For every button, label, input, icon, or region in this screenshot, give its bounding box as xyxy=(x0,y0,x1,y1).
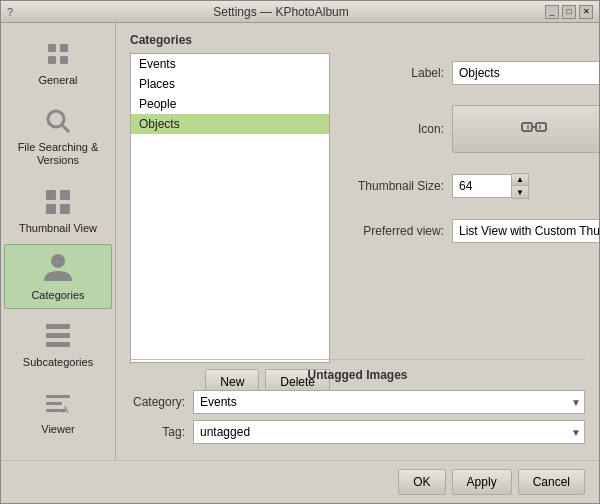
svg-point-4 xyxy=(48,111,64,127)
categories-icon xyxy=(40,251,76,287)
svg-rect-7 xyxy=(60,190,70,200)
list-item-places[interactable]: Places xyxy=(131,74,329,94)
top-area: Events Places People Objects New Delete xyxy=(130,53,585,355)
untagged-tag-select[interactable]: untagged xyxy=(193,420,585,444)
categories-list: Events Places People Objects xyxy=(130,53,330,363)
bottom-buttons: OK Apply Cancel xyxy=(1,460,599,503)
sidebar: General File Searching &Versions xyxy=(1,23,116,460)
svg-text:A: A xyxy=(62,404,70,415)
untagged-tag-container: untagged ▼ xyxy=(193,420,585,444)
preferred-view-field-row: Preferred view: List View with Custom Th… xyxy=(344,219,599,243)
untagged-category-select[interactable]: Events Places People Objects xyxy=(193,390,585,414)
settings-window: ? Settings — KPhotoAlbum _ □ ✕ General xyxy=(0,0,600,504)
thumbnail-size-field-row: Thumbnail Size: ▲ ▼ xyxy=(344,173,599,199)
svg-line-5 xyxy=(62,125,69,132)
sidebar-item-viewer[interactable]: A Viewer xyxy=(4,378,112,443)
svg-rect-30 xyxy=(522,123,532,131)
thumbnail-size-input[interactable] xyxy=(452,174,512,198)
label-input[interactable] xyxy=(452,61,599,85)
list-item-objects[interactable]: Objects xyxy=(131,114,329,134)
untagged-tag-label: Tag: xyxy=(130,425,185,439)
sidebar-item-thumbnail-view[interactable]: Thumbnail View xyxy=(4,177,112,242)
general-icon xyxy=(40,36,76,72)
titlebar: ? Settings — KPhotoAlbum _ □ ✕ xyxy=(1,1,599,23)
subcategories-icon xyxy=(40,318,76,354)
preferred-view-select[interactable]: List View with Custom Thumbnails List Vi… xyxy=(452,219,599,243)
help-icon[interactable]: ? xyxy=(7,6,13,18)
maximize-button[interactable]: □ xyxy=(562,5,576,19)
sidebar-item-general[interactable]: General xyxy=(4,29,112,94)
svg-rect-1 xyxy=(60,44,68,52)
minimize-button[interactable]: _ xyxy=(545,5,559,19)
spinner-down-button[interactable]: ▼ xyxy=(512,186,528,198)
untagged-tag-row: Tag: untagged ▼ xyxy=(130,420,585,444)
svg-rect-14 xyxy=(46,395,70,398)
thumbnail-view-icon xyxy=(40,184,76,220)
svg-rect-12 xyxy=(46,333,70,338)
svg-rect-6 xyxy=(46,190,56,200)
icon-button[interactable] xyxy=(452,105,599,153)
untagged-category-label: Category: xyxy=(130,395,185,409)
svg-rect-2 xyxy=(48,56,56,64)
file-searching-icon xyxy=(40,103,76,139)
untagged-title: Untagged Images xyxy=(130,368,585,382)
sidebar-item-plugins[interactable]: Plugins xyxy=(4,445,112,460)
untagged-category-container: Events Places People Objects ▼ xyxy=(193,390,585,414)
svg-rect-13 xyxy=(46,342,70,347)
untagged-section: Untagged Images Category: Events Places … xyxy=(130,359,585,450)
icon-field-label: Icon: xyxy=(344,122,444,136)
plugins-icon xyxy=(40,452,76,460)
ok-button[interactable]: OK xyxy=(398,469,445,495)
general-label: General xyxy=(38,74,77,87)
categories-label: Categories xyxy=(31,289,84,302)
sidebar-item-file-searching[interactable]: File Searching &Versions xyxy=(4,96,112,174)
icon-field-row: Icon: xyxy=(344,105,599,153)
apply-button[interactable]: Apply xyxy=(452,469,512,495)
window-title: Settings — KPhotoAlbum xyxy=(17,5,545,19)
link-icon xyxy=(520,113,548,146)
untagged-category-row: Category: Events Places People Objects ▼ xyxy=(130,390,585,414)
close-button[interactable]: ✕ xyxy=(579,5,593,19)
svg-rect-9 xyxy=(60,204,70,214)
categories-list-container: Events Places People Objects New Delete xyxy=(130,53,330,355)
subcategories-label: Subcategories xyxy=(23,356,93,369)
label-field-label: Label: xyxy=(344,66,444,80)
sidebar-item-subcategories[interactable]: Subcategories xyxy=(4,311,112,376)
spinner-buttons: ▲ ▼ xyxy=(512,173,529,199)
sidebar-item-categories[interactable]: Categories xyxy=(4,244,112,309)
thumbnail-size-label: Thumbnail Size: xyxy=(344,179,444,193)
svg-point-10 xyxy=(51,254,65,268)
svg-rect-8 xyxy=(46,204,56,214)
svg-rect-3 xyxy=(60,56,68,64)
file-searching-label: File Searching &Versions xyxy=(18,141,99,167)
svg-rect-0 xyxy=(48,44,56,52)
cancel-button[interactable]: Cancel xyxy=(518,469,585,495)
svg-rect-31 xyxy=(536,123,546,131)
list-item-events[interactable]: Events xyxy=(131,54,329,74)
svg-rect-15 xyxy=(46,402,62,405)
thumbnail-size-spinner: ▲ ▼ xyxy=(452,173,599,199)
spinner-up-button[interactable]: ▲ xyxy=(512,174,528,186)
svg-rect-11 xyxy=(46,324,70,329)
thumbnail-view-label: Thumbnail View xyxy=(19,222,97,235)
viewer-label: Viewer xyxy=(41,423,74,436)
main-content: General File Searching &Versions xyxy=(1,23,599,460)
section-title: Categories xyxy=(130,33,585,47)
preferred-view-container: List View with Custom Thumbnails List Vi… xyxy=(452,219,599,243)
main-panel: Categories Events Places People Objects … xyxy=(116,23,599,460)
window-controls: _ □ ✕ xyxy=(545,5,593,19)
preferred-view-label: Preferred view: xyxy=(344,224,444,238)
viewer-icon: A xyxy=(40,385,76,421)
list-item-people[interactable]: People xyxy=(131,94,329,114)
right-fields-panel: Label: Icon: xyxy=(344,53,599,355)
label-field-row: Label: xyxy=(344,61,599,85)
